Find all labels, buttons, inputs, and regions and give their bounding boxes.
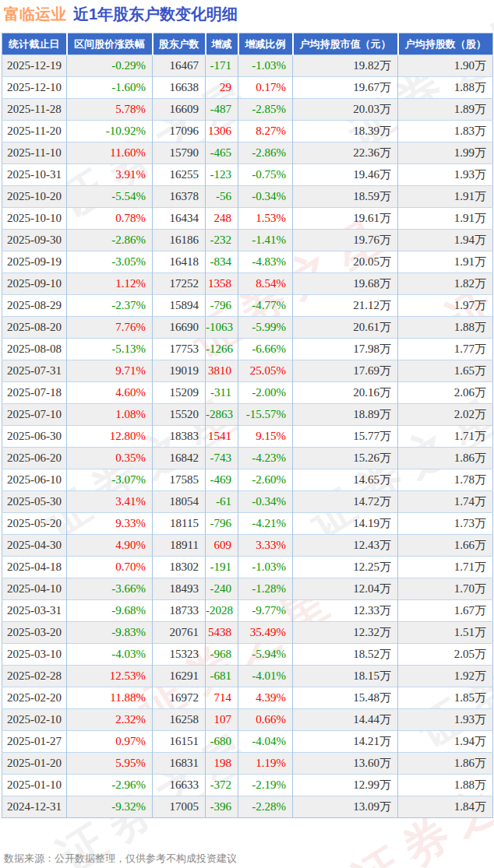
cell-change-ratio: 35.49% <box>238 622 293 644</box>
cell-change-ratio: -2.19% <box>238 775 293 796</box>
table-row: 2025-10-100.78%164342481.53%19.61万1.91万 <box>2 208 493 230</box>
cell-date: 2025-02-10 <box>2 709 67 731</box>
cell-holder-count: 19019 <box>153 360 206 382</box>
table-row: 2025-11-20-10.92%1709613068.27%18.39万1.8… <box>2 121 493 142</box>
cell-avg-market-value: 13.09万 <box>293 796 398 818</box>
cell-avg-shares: 1.86万 <box>398 753 493 775</box>
cell-avg-shares: 1.51万 <box>398 622 493 644</box>
cell-avg-shares: 1.84万 <box>398 796 493 818</box>
cell-avg-shares: 1.71万 <box>398 426 493 448</box>
cell-price-change: 4.90% <box>67 535 153 557</box>
cell-avg-shares: 1.88万 <box>398 77 493 99</box>
table-row: 2025-10-20-5.54%16378-56-0.34%18.59万1.91… <box>2 186 493 208</box>
cell-change: -2863 <box>206 404 238 426</box>
table-row: 2025-09-19-3.05%16418-834-4.83%20.05万1.9… <box>2 251 493 273</box>
cell-date: 2025-04-10 <box>2 578 67 600</box>
cell-avg-shares: 1.73万 <box>398 513 493 535</box>
cell-change-ratio: 4.39% <box>238 687 293 709</box>
cell-holder-count: 15894 <box>153 295 206 317</box>
page-title: 富临运业近1年股东户数变化明细 <box>4 4 238 27</box>
cell-avg-shares: 1.70万 <box>398 578 493 600</box>
table-row: 2025-02-2812.53%16291-681-4.01%18.15万1.9… <box>2 666 493 687</box>
cell-avg-market-value: 19.68万 <box>293 273 398 295</box>
cell-date: 2025-08-29 <box>2 295 67 317</box>
cell-price-change: 1.08% <box>67 404 153 426</box>
cell-avg-shares: 1.66万 <box>398 535 493 557</box>
cell-change-ratio: -9.77% <box>238 600 293 622</box>
cell-avg-market-value: 19.61万 <box>293 208 398 230</box>
table-row: 2025-02-2011.88%169727144.39%15.48万1.85万 <box>2 687 493 709</box>
cell-change: 5438 <box>206 622 238 644</box>
cell-date: 2025-08-08 <box>2 339 67 360</box>
cell-avg-shares: 2.02万 <box>398 404 493 426</box>
table-row: 2025-03-31-9.68%18733-2028-9.77%12.33万1.… <box>2 600 493 622</box>
table-row: 2025-01-10-2.96%16633-372-2.19%12.99万1.8… <box>2 775 493 796</box>
cell-avg-shares: 1.91万 <box>398 251 493 273</box>
cell-avg-market-value: 15.77万 <box>293 426 398 448</box>
table-row: 2025-04-10-3.66%18493-240-1.28%12.04万1.7… <box>2 578 493 600</box>
cell-change-ratio: -5.99% <box>238 317 293 339</box>
cell-avg-shares: 1.97万 <box>398 295 493 317</box>
cell-holder-count: 16842 <box>153 448 206 469</box>
cell-change: -796 <box>206 513 238 535</box>
cell-holder-count: 17005 <box>153 796 206 818</box>
cell-date: 2025-07-18 <box>2 382 67 404</box>
cell-avg-shares: 1.89万 <box>398 99 493 121</box>
data-source-note: 数据来源：公开数据整理，仅供参考不构成投资建议 <box>4 852 237 866</box>
cell-date: 2025-12-19 <box>2 55 67 77</box>
cell-avg-shares: 1.77万 <box>398 339 493 360</box>
cell-date: 2025-03-31 <box>2 600 67 622</box>
cell-avg-market-value: 15.48万 <box>293 687 398 709</box>
cell-change-ratio: -2.86% <box>238 142 293 164</box>
table-row: 2024-12-31-9.32%17005-396-2.28%13.09万1.8… <box>2 796 493 818</box>
cell-date: 2025-07-10 <box>2 404 67 426</box>
cell-change-ratio: -0.34% <box>238 186 293 208</box>
cell-price-change: 0.78% <box>67 208 153 230</box>
cell-change-ratio: 8.27% <box>238 121 293 142</box>
cell-holder-count: 16972 <box>153 687 206 709</box>
cell-avg-shares: 1.86万 <box>398 448 493 469</box>
cell-change-ratio: 8.54% <box>238 273 293 295</box>
cell-holder-count: 18054 <box>153 491 206 513</box>
cell-holder-count: 16609 <box>153 99 206 121</box>
table-row: 2025-10-313.91%16255-123-0.75%19.46万1.93… <box>2 164 493 186</box>
cell-holder-count: 18911 <box>153 535 206 557</box>
table-row: 2025-09-101.12%1725213588.54%19.68万1.82万 <box>2 273 493 295</box>
cell-avg-market-value: 12.04万 <box>293 578 398 600</box>
cell-price-change: 5.95% <box>67 753 153 775</box>
cell-date: 2025-10-31 <box>2 164 67 186</box>
cell-avg-shares: 1.99万 <box>398 142 493 164</box>
cell-change: -465 <box>206 142 238 164</box>
cell-holder-count: 16255 <box>153 164 206 186</box>
cell-holder-count: 16258 <box>153 709 206 731</box>
cell-avg-shares: 1.83万 <box>398 121 493 142</box>
cell-change-ratio: -0.75% <box>238 164 293 186</box>
cell-change-ratio: 0.17% <box>238 77 293 99</box>
cell-avg-market-value: 19.76万 <box>293 230 398 251</box>
cell-holder-count: 18383 <box>153 426 206 448</box>
cell-change: 714 <box>206 687 238 709</box>
cell-date: 2025-01-10 <box>2 775 67 796</box>
cell-change-ratio: -4.04% <box>238 731 293 753</box>
cell-change: -372 <box>206 775 238 796</box>
cell-change-ratio: -1.03% <box>238 55 293 77</box>
cell-change: -240 <box>206 578 238 600</box>
cell-price-change: 11.88% <box>67 687 153 709</box>
cell-avg-shares: 1.93万 <box>398 164 493 186</box>
cell-change: -1266 <box>206 339 238 360</box>
cell-price-change: 2.32% <box>67 709 153 731</box>
cell-change-ratio: -2.00% <box>238 382 293 404</box>
cell-price-change: -2.96% <box>67 775 153 796</box>
table-row: 2025-04-304.90%189116093.33%12.43万1.66万 <box>2 535 493 557</box>
cell-price-change: -2.37% <box>67 295 153 317</box>
cell-change-ratio: -1.03% <box>238 557 293 578</box>
cell-change: -487 <box>206 99 238 121</box>
cell-change: 1358 <box>206 273 238 295</box>
cell-change: -396 <box>206 796 238 818</box>
cell-price-change: -5.54% <box>67 186 153 208</box>
cell-price-change: 9.71% <box>67 360 153 382</box>
cell-avg-market-value: 14.65万 <box>293 469 398 491</box>
cell-change-ratio: -1.28% <box>238 578 293 600</box>
cell-price-change: -4.03% <box>67 644 153 666</box>
table-row: 2025-07-101.08%15520-2863-15.57%18.89万2.… <box>2 404 493 426</box>
